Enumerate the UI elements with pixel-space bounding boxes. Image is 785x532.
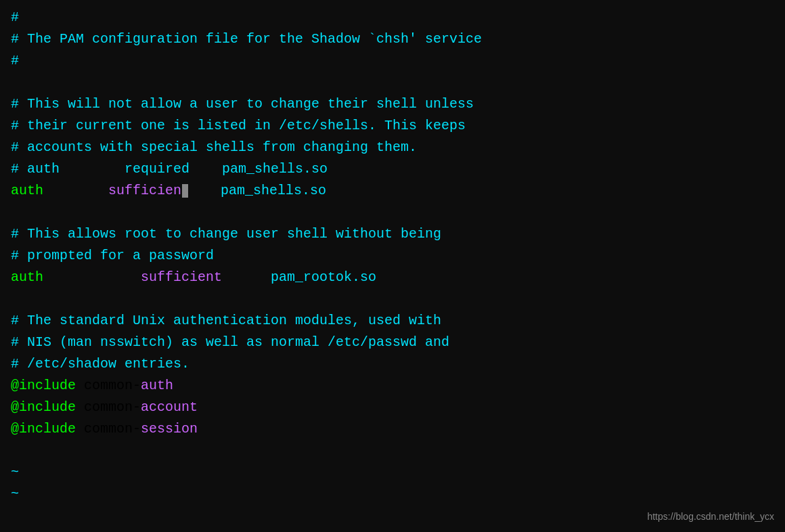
line-15: # The standard Unix authentication modul…	[11, 310, 774, 332]
line-2: # The PAM configuration file for the Sha…	[11, 28, 774, 50]
line-7: # accounts with special shells from chan…	[11, 137, 774, 158]
line-21	[11, 440, 774, 462]
line-18: @include common-auth	[11, 375, 774, 397]
text-cursor	[182, 184, 188, 198]
line-22: ~	[11, 462, 774, 483]
auth-keyword: auth	[11, 183, 43, 198]
line-17: # /etc/shadow entries.	[11, 353, 774, 375]
line-5: # This will not allow a user to change t…	[11, 93, 774, 115]
sufficient-keyword-2: sufficient	[141, 269, 222, 285]
line-8: # auth required pam_shells.so	[11, 158, 774, 180]
include-value-1: auth	[141, 378, 173, 393]
line-11: # This allows root to change user shell …	[11, 223, 774, 245]
line-16: # NIS (man nsswitch) as well as normal /…	[11, 332, 774, 353]
include-keyword-1: @include	[11, 378, 76, 393]
line-1: #	[11, 7, 774, 28]
line-13: auth sufficient pam_rootok.so	[11, 267, 774, 288]
watermark: https://blog.csdn.net/think_ycx	[647, 509, 774, 524]
line-14	[11, 288, 774, 310]
line-4	[11, 72, 774, 93]
line-12: # prompted for a password	[11, 245, 774, 267]
line-20: @include common-session	[11, 418, 774, 440]
line-10	[11, 202, 774, 223]
include-value-2: account	[141, 399, 198, 415]
auth-keyword-2: auth	[11, 269, 43, 285]
module-name-2: pam_rootok.so	[271, 269, 376, 285]
code-editor: # # The PAM configuration file for the S…	[0, 0, 785, 532]
line-6: # their current one is listed in /etc/sh…	[11, 115, 774, 137]
line-9: auth sufficien pam_shells.so	[11, 180, 774, 202]
include-keyword-2: @include	[11, 399, 76, 415]
include-value-3: session	[141, 421, 198, 437]
sufficient-keyword: sufficien	[108, 183, 181, 198]
module-name: pam_shells.so	[221, 183, 326, 198]
line-3: #	[11, 50, 774, 72]
line-19: @include common-account	[11, 397, 774, 418]
line-23: ~	[11, 483, 774, 505]
include-keyword-3: @include	[11, 421, 76, 437]
